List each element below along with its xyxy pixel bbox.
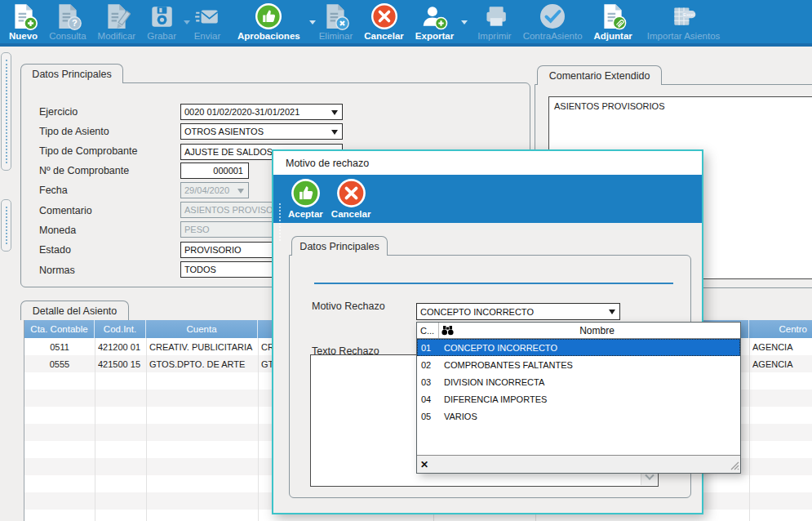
aceptar-button[interactable]: Aceptar [288, 178, 323, 219]
tipo-comprobante-value: AJUSTE DE SALDOS [181, 147, 276, 157]
check-circle-icon [539, 2, 566, 30]
thumbs-up-icon [255, 2, 282, 30]
dropdown-code-header[interactable]: C... [417, 323, 439, 338]
field-label-tipo-comprobante: Tipo de Comprobante [39, 145, 137, 157]
option-name: CONCEPTO INCORRECTO [441, 343, 740, 353]
dropdown-option-selected[interactable]: 01 CONCEPTO INCORRECTO [417, 339, 740, 356]
dropdown-footer-bar: ✕ [417, 455, 740, 473]
document-pencil-icon [103, 2, 131, 30]
motivo-rechazo-value: CONCEPTO INCORRECTO [417, 307, 537, 317]
toolbar-button-exportar[interactable]: Exportar [410, 2, 465, 41]
tipo-asiento-value: OTROS ASIENTOS [181, 127, 267, 136]
toolbar-button-eliminar: Eliminar [313, 2, 359, 41]
tab-datos-principales[interactable]: Datos Principales [20, 64, 123, 83]
dropdown-name-header[interactable]: Nombre [454, 325, 740, 336]
ejercicio-select[interactable]: 0020 01/02/2020-31/01/2021 [180, 104, 343, 120]
tab-detalle-del-asiento[interactable]: Detalle del Asiento [20, 301, 129, 320]
dropdown-header-row: C... Nombre [417, 323, 740, 339]
resize-grip-icon[interactable] [730, 461, 739, 472]
dialog-toolbar: Aceptar Cancelar [273, 175, 702, 223]
field-label-estado: Estado [39, 244, 71, 256]
chevron-down-icon [237, 189, 244, 194]
field-label-moneda: Moneda [39, 225, 76, 236]
nro-comprobante-input[interactable]: 000001 [180, 163, 249, 179]
document-question-icon: ? [54, 2, 82, 30]
cell-cta-contable: 0555 [24, 355, 95, 372]
cell-centro: AGENCIA [752, 355, 812, 372]
dropdown-option[interactable]: 02 COMPROBANTES FALTANTES [417, 356, 740, 373]
collapsed-panel-handle-top[interactable] [1, 52, 11, 171]
column-header-cta-contable[interactable]: Cta. Contable [24, 320, 95, 338]
toolbar-button-nuevo[interactable]: Nuevo [3, 2, 43, 41]
estado-value: PROVISORIO [181, 245, 245, 255]
dropdown-option[interactable]: 03 DIVISION INCORRECTA [417, 373, 740, 390]
field-label-normas: Normas [39, 265, 75, 276]
tab-label: Detalle del Asiento [33, 305, 118, 317]
ejercicio-value: 0020 01/02/2020-31/01/2021 [181, 107, 303, 117]
svg-text:?: ? [72, 18, 78, 28]
option-name: COMPROBANTES FALTANTES [441, 360, 740, 370]
close-icon[interactable]: ✕ [420, 459, 428, 470]
aceptar-label: Aceptar [288, 209, 323, 219]
toolbar-drag-handle[interactable] [279, 203, 281, 241]
toolbar-button-imprimir: Imprimir [472, 2, 517, 41]
toolbar-button-label: Aprobaciones [237, 31, 300, 41]
option-code: 02 [417, 360, 441, 370]
field-label-nro-comprobante: Nº de Comprobante [39, 165, 129, 176]
cancel-cross-icon [336, 178, 366, 208]
option-code: 04 [417, 394, 441, 404]
dialog-title-bar[interactable]: Motivo de rechazo [273, 151, 702, 175]
cell-cod-int: 421200 01 [98, 338, 146, 355]
fecha-date-picker: 29/04/2020 [180, 182, 249, 198]
collapsed-panel-handle-bottom[interactable] [1, 199, 11, 252]
moneda-value: PESO [181, 225, 213, 234]
person-plus-icon [420, 2, 448, 30]
document-plus-icon [10, 2, 38, 30]
field-label-motivo-rechazo: Motivo Rechazo [312, 301, 385, 312]
tab-comentario-extendido[interactable]: Comentario Extendido [537, 65, 662, 85]
option-code: 05 [417, 412, 441, 421]
motivo-rechazo-select[interactable]: CONCEPTO INCORRECTO [416, 303, 620, 320]
option-code: 01 [417, 343, 441, 353]
excel-import-icon: Excel [670, 2, 698, 30]
dropdown-arrow-icon[interactable] [461, 20, 468, 24]
toolbar-button-adjuntar[interactable]: Adjuntar [588, 2, 638, 41]
chevron-down-icon [331, 130, 338, 135]
main-toolbar: Nuevo ? Consulta Modificar Grabar Enviar… [0, 0, 812, 47]
toolbar-button-enviar: Enviar [188, 2, 227, 41]
cancel-cross-icon [371, 2, 398, 30]
dropdown-option[interactable]: 05 VARIOS [417, 407, 740, 425]
toolbar-button-label: Cancelar [364, 31, 404, 41]
toolbar-button-label: Imprimir [477, 31, 512, 41]
toolbar-button-aprobaciones[interactable]: Aprobaciones [232, 2, 313, 41]
dialog-title: Motivo de rechazo [286, 158, 369, 169]
fecha-value: 29/04/2020 [181, 185, 233, 195]
cell-cod-int: 421500 15 [98, 355, 146, 372]
column-header-centro[interactable]: Centro [749, 320, 812, 338]
toolbar-button-grabar: Grabar [141, 2, 188, 41]
option-name: DIFERENCIA IMPORTES [441, 394, 740, 404]
tipo-asiento-select[interactable]: OTROS ASIENTOS [180, 123, 343, 140]
binoculars-search-icon[interactable] [441, 325, 454, 336]
dialog-tab-datos-principales[interactable]: Datos Principales [291, 236, 388, 256]
nro-comprobante-value: 000001 [210, 166, 248, 176]
toolbar-button-cancelar[interactable]: Cancelar [358, 2, 410, 41]
field-label-comentario: Comentario [39, 205, 92, 216]
tab-label: Comentario Extendido [549, 70, 650, 82]
column-header-cod-int[interactable]: Cod.Int. [95, 320, 146, 338]
field-label-ejercicio: Ejercicio [39, 106, 78, 118]
dropdown-option[interactable]: 04 DIFERENCIA IMPORTES [417, 390, 740, 407]
cell-cuenta: CREATIV. PUBLICITARIA [149, 338, 258, 355]
toolbar-button-label: Consulta [49, 31, 86, 41]
cell-cuenta: GTOS.DPTO. DE ARTE [149, 355, 258, 372]
field-label-fecha: Fecha [39, 185, 68, 196]
motivo-rechazo-dropdown-popup: C... Nombre 01 CONCEPTO INCORRECTO 02 CO… [416, 322, 741, 474]
toolbar-button-label: Importar Asientos [647, 31, 720, 41]
chevron-down-icon [331, 110, 338, 115]
column-header-cuenta[interactable]: Cuenta [146, 320, 258, 338]
toolbar-button-consulta: ? Consulta [43, 2, 91, 41]
toolbar-button-label: ContraAsiento [523, 31, 583, 41]
cell-cta-contable: 0511 [24, 338, 95, 355]
cell-centro: AGENCIA [752, 338, 812, 355]
cancelar-button[interactable]: Cancelar [331, 178, 371, 219]
